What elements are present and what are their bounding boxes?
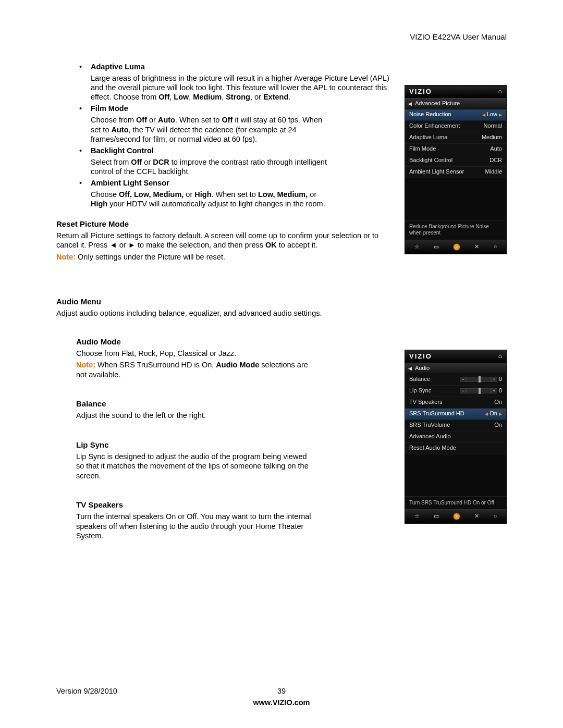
menu-row[interactable]: Reset Audio Mode — [405, 443, 506, 454]
subheading: TV Speakers — [76, 500, 316, 510]
menu-row-value: −+ 0 — [460, 376, 502, 383]
bullet-title: Film Mode — [76, 104, 507, 113]
home-icon: ⌂ — [498, 352, 502, 360]
header-title: VIZIO E422VA User Manual — [410, 32, 507, 41]
osd-titlebar: VIZIO ⌂ — [405, 350, 506, 363]
vizio-logo: VIZIO — [409, 352, 432, 361]
menu-row-value: On — [494, 399, 502, 406]
subheading: Lip Sync — [76, 440, 316, 450]
close-icon: ✕ — [474, 513, 479, 520]
menu-row-label: TV Speakers — [409, 399, 443, 406]
osd-hint: Reduce Background Picture Noise when pre… — [405, 220, 506, 240]
menu-row-value: DCR — [489, 157, 502, 164]
heading-audio-menu: Audio Menu — [56, 297, 507, 307]
bullet-title: Adaptive Luma — [76, 62, 507, 71]
osd-empty-area — [405, 454, 506, 496]
menu-row[interactable]: Lip Sync−+ 0 — [405, 386, 506, 397]
bullet-body: Choose from Off or Auto. When set to Off… — [91, 115, 331, 143]
menu-row-label: SRS TruVolume — [409, 422, 450, 429]
note: Note: When SRS TruSurround HD is On, Aud… — [76, 360, 316, 379]
footer-url: www.VIZIO.com — [56, 698, 507, 707]
menu-row-label: Advanced Audio — [409, 433, 451, 440]
page-header: VIZIO E422VA User Manual — [56, 32, 507, 42]
menu-row[interactable]: TV SpeakersOn — [405, 397, 506, 409]
menu-row-value: Middle — [485, 168, 502, 176]
rect-icon: ▭ — [434, 513, 439, 520]
menu-row[interactable]: Balance−+ 0 — [405, 374, 506, 386]
osd-audio: VIZIO ⌂ ◀Audio Balance−+ 0Lip Sync−+ 0TV… — [405, 350, 507, 524]
menu-row[interactable]: SRS TruVolumeOn — [405, 420, 506, 431]
osd-titlebar: VIZIO ⌂ — [405, 85, 506, 98]
v-button-icon — [453, 243, 460, 251]
rect-icon: ▭ — [434, 243, 439, 251]
menu-row[interactable]: Advanced Audio — [405, 431, 506, 443]
menu-row-label: Color Enhancement — [409, 122, 460, 130]
osd-footer: ☆ ▭ ✕ ○ — [405, 240, 506, 254]
subheading: Audio Mode — [76, 337, 316, 347]
star-icon: ☆ — [414, 243, 420, 251]
subheading: Balance — [76, 399, 316, 409]
back-arrow-icon: ◀ — [408, 366, 412, 371]
page-footer: Version 9/28/2010 39 www.VIZIO.com — [56, 686, 507, 707]
menu-row-label: Reset Audio Mode — [409, 445, 456, 452]
paragraph: Choose from Flat, Rock, Pop, Classical o… — [76, 349, 316, 358]
osd-hint: Turn SRS TruSurround HD On or Off — [405, 496, 506, 510]
osd-footer: ☆ ▭ ✕ ○ — [405, 509, 506, 523]
menu-row-label: Ambient Light Sensor — [409, 168, 464, 176]
menu-row-label: Adaptive Luma — [409, 134, 447, 141]
menu-row-value: Medium — [482, 134, 502, 141]
bullet-body: Choose Off, Low, Medium, or High. When s… — [91, 190, 331, 208]
paragraph: Adjust the sound to the left or the righ… — [76, 411, 316, 420]
menu-row[interactable]: Adaptive LumaMedium — [405, 132, 506, 144]
footer-page-number: 39 — [56, 686, 507, 696]
menu-row-label: Lip Sync — [409, 387, 431, 394]
menu-row-value: −+ 0 — [460, 387, 502, 394]
star-icon: ☆ — [414, 513, 420, 520]
note-text: Only settings under the Picture will be … — [76, 253, 225, 261]
menu-row-value: ◀ On ▶ — [485, 410, 502, 417]
vizio-logo: VIZIO — [409, 88, 432, 96]
menu-row-label: Backlight Control — [409, 157, 452, 164]
circle-icon: ○ — [494, 513, 497, 520]
v-button-icon — [453, 513, 460, 520]
osd-crumb-label: Audio — [415, 365, 430, 371]
bullet-title: Ambient Light Sensor — [76, 178, 507, 188]
circle-icon: ○ — [494, 243, 497, 251]
menu-row[interactable]: SRS TruSurround HD◀ On ▶ — [405, 409, 506, 420]
bullet-body: Select from Off or DCR to improve the co… — [91, 157, 331, 176]
menu-row[interactable]: Color EnhancementNormal — [405, 121, 506, 132]
menu-row-label: SRS TruSurround HD — [409, 410, 464, 417]
menu-row[interactable]: Backlight ControlDCR — [405, 155, 506, 167]
note-label: Note: — [56, 253, 76, 261]
menu-row-label: Balance — [409, 376, 430, 383]
close-icon: ✕ — [474, 243, 479, 251]
menu-row-value: On — [494, 422, 502, 429]
menu-row[interactable]: Ambient Light SensorMiddle — [405, 167, 506, 178]
bullet-title: Backlight Control — [76, 146, 507, 155]
menu-row-value: Normal — [484, 122, 502, 130]
audio-menu-intro: Adjust audio options including balance, … — [56, 309, 507, 318]
osd-breadcrumb: ◀Audio — [405, 363, 506, 374]
paragraph: Lip Sync is designed to adjust the audio… — [76, 452, 316, 480]
home-icon: ⌂ — [498, 88, 502, 95]
paragraph: Turn the internal speakers On or Off. Yo… — [76, 512, 316, 540]
